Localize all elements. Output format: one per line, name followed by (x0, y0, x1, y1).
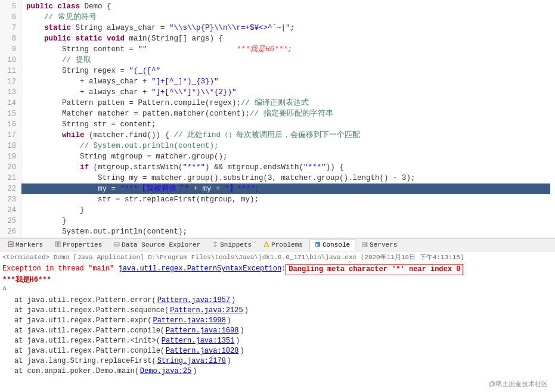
tab-markers[interactable]: Markers (2, 239, 48, 251)
line-number: 8 (5, 33, 16, 44)
code-line: Pattern patten = Pattern.compile(regex);… (26, 98, 550, 108)
code-line: } (26, 205, 550, 216)
servers-tab-icon (362, 241, 368, 249)
console-tab-label: Console (323, 241, 350, 248)
line-number: 25 (5, 216, 16, 226)
line-number: 11 (5, 66, 16, 76)
code-line: // System.out.println(content); (26, 141, 550, 151)
problems-tab-label: Problems (271, 241, 303, 248)
line-number: 22 (5, 183, 16, 194)
stack-trace-line: at java.util.regex.Pattern.error(Pattern… (2, 295, 553, 306)
snippets-tab-label: Snippets (220, 241, 252, 248)
code-line: str = str.replaceFirst(mtgroup, my); (26, 194, 550, 205)
code-line: public class Demo { (26, 1, 550, 12)
tab-problems[interactable]: !Problems (258, 239, 308, 251)
code-line: if (mtgroup.startsWith("***") && mtgroup… (26, 162, 550, 173)
bold-output-line: ***我是H6*** (2, 275, 553, 285)
stack-link[interactable]: Pattern.java:1998 (153, 316, 225, 326)
stack-trace-line: at java.util.regex.Pattern.compile(Patte… (2, 346, 553, 356)
console-output[interactable]: <terminated> Demo [Java Application] D:\… (0, 251, 555, 392)
code-line: String my = matcher.group().substring(3,… (26, 173, 550, 183)
code-line: System.out.println(str); (26, 237, 550, 238)
code-line: + always_char + "]+[^_]*)_{3})" (26, 76, 550, 87)
snippets-tab-icon (212, 241, 218, 249)
stack-link[interactable]: Demo.java:25 (140, 366, 191, 377)
tab-datasource[interactable]: Data Source Explorer (108, 239, 206, 251)
line-number: 15 (5, 108, 16, 119)
problems-tab-icon: ! (263, 241, 269, 249)
code-line: String regex = "(_([^" (26, 66, 550, 76)
bottom-tabs: MarkersPropertiesData Source ExplorerSni… (0, 238, 555, 251)
line-number: 10 (5, 55, 16, 66)
line-number: 6 (5, 12, 16, 23)
stack-trace-line: at java.util.regex.Pattern.sequence(Patt… (2, 306, 553, 316)
line-number: 19 (5, 151, 16, 162)
code-editor: 5678910111213141516171819202122232425262… (0, 0, 555, 238)
svg-point-15 (366, 242, 367, 244)
terminated-line: <terminated> Demo [Java Application] D:\… (2, 253, 553, 263)
servers-tab-label: Servers (370, 241, 397, 248)
code-line: + always_char + "]+[^\\*]*)\\*{2})" (26, 87, 550, 98)
line-number: 18 (5, 141, 16, 151)
line-number: 12 (5, 76, 16, 87)
markers-tab-label: Markers (15, 241, 43, 248)
code-line: String str = content; (26, 119, 550, 130)
line-number: 23 (5, 194, 16, 205)
code-line: while (matcher.find()) { // 此处find（）每次被调… (26, 130, 550, 141)
svg-point-16 (366, 245, 367, 246)
exception-line: Exception in thread "main" java.util.reg… (2, 264, 553, 275)
code-line: String mtgroup = matcher.group(); (26, 151, 550, 162)
stack-trace-line: at java.util.regex.Pattern.expr(Pattern.… (2, 316, 553, 326)
properties-tab-icon (55, 241, 61, 249)
code-line: Matcher matcher = patten.matcher(content… (26, 108, 550, 119)
svg-text:!: ! (266, 243, 269, 247)
code-line: System.out.println(content); (26, 226, 550, 237)
code-line: // 常见的符号 (26, 12, 550, 23)
line-number: 20 (5, 162, 16, 173)
exception-prefix: Exception in thread "main" java.util.reg… (2, 264, 286, 274)
stack-link[interactable]: Pattern.java:1957 (157, 295, 230, 306)
line-number: 16 (5, 119, 16, 130)
line-number: 9 (5, 44, 16, 55)
tab-properties[interactable]: Properties (49, 239, 107, 251)
line-number: 13 (5, 87, 16, 98)
markers-tab-icon (8, 241, 14, 249)
console-tab-icon: ▶ (315, 241, 321, 249)
stack-link[interactable]: String.java:2178 (157, 356, 226, 366)
line-number: 21 (5, 173, 16, 183)
code-line: public static void main(String[] args) { (26, 33, 550, 44)
stack-link[interactable]: Pattern.java:1028 (166, 346, 238, 356)
code-line: String content = "" ***我是H6***; (26, 44, 550, 55)
line-number: 17 (5, 130, 16, 141)
line-number: 24 (5, 205, 16, 216)
code-line: // 提取 (26, 55, 550, 66)
caret-line: ^ (2, 285, 553, 295)
stack-trace-line: at java.lang.String.replaceFirst(String.… (2, 356, 553, 366)
stack-trace-line: at java.util.regex.Pattern.<init>(Patter… (2, 336, 553, 346)
datasource-tab-icon (114, 241, 120, 249)
code-content[interactable]: public class Demo { // 常见的符号 static Stri… (21, 0, 555, 238)
tab-servers[interactable]: Servers (356, 239, 402, 251)
exception-box: Dangling meta character '*' near index 0 (286, 264, 463, 275)
stack-link[interactable]: Pattern.java:1351 (162, 336, 234, 346)
line-number: 14 (5, 98, 16, 108)
datasource-tab-label: Data Source Explorer (122, 241, 200, 248)
line-numbers: 5678910111213141516171819202122232425262… (0, 0, 21, 238)
line-number: 5 (5, 1, 16, 12)
stack-link[interactable]: Pattern.java:2125 (170, 306, 243, 316)
stack-link[interactable]: Pattern.java:1698 (166, 326, 238, 336)
watermark: @稀土掘金技术社区 (489, 379, 548, 388)
tab-snippets[interactable]: Snippets (207, 239, 257, 251)
code-line: static String always_char = "\\s\\p{P}\\… (26, 23, 550, 33)
line-number: 7 (5, 23, 16, 33)
properties-tab-label: Properties (63, 241, 102, 248)
line-number: 27 (5, 237, 16, 238)
stack-trace-line: at com.anpai.poker.Demo.main(Demo.java:2… (2, 366, 553, 377)
code-line: } (26, 216, 550, 226)
code-line: my = "***【我被替换了" + my + "】***"; (21, 183, 550, 194)
tab-console[interactable]: ▶Console (309, 239, 355, 251)
stack-trace-line: at java.util.regex.Pattern.compile(Patte… (2, 326, 553, 336)
line-number: 26 (5, 226, 16, 237)
